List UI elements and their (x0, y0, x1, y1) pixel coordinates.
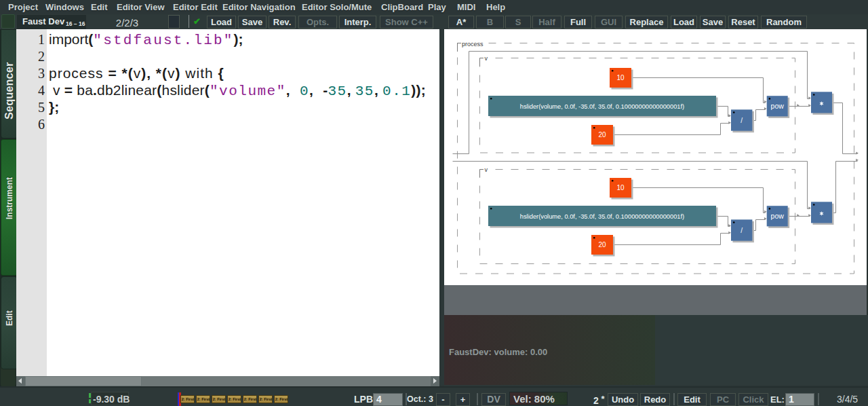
svg-text:20: 20 (598, 131, 606, 139)
svg-text:pow: pow (771, 212, 785, 220)
svg-text:pow: pow (771, 102, 785, 110)
svg-text:10: 10 (616, 74, 625, 81)
svg-text:hslider(volume, 0.0f, -35.0f,: hslider(volume, 0.0f, -35.0f, 35.0f, 0.1… (520, 103, 684, 110)
svg-text:/: / (741, 117, 743, 124)
svg-text:hslider(volume, 0.0f, -35.0f,: hslider(volume, 0.0f, -35.0f, 35.0f, 0.1… (520, 213, 684, 220)
svg-text:process: process (462, 41, 484, 48)
svg-text:v: v (485, 55, 488, 62)
svg-text:10: 10 (616, 184, 625, 191)
svg-text:/: / (741, 227, 743, 234)
svg-text:20: 20 (598, 241, 606, 248)
svg-text:v: v (485, 166, 488, 173)
